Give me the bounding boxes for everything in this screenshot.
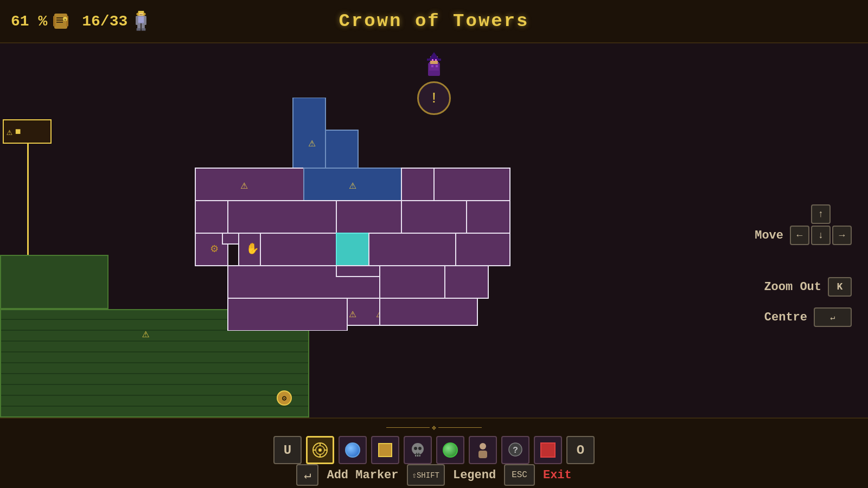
svg-rect-62: [380, 298, 477, 325]
svg-text:?: ?: [64, 18, 66, 22]
npc-sprite: [418, 52, 450, 79]
svg-rect-45: [467, 201, 510, 233]
svg-rect-27: [427, 59, 441, 61]
shift-key[interactable]: ⇧SHIFT: [407, 464, 445, 486]
svg-rect-52: [369, 233, 456, 266]
toolbar-btn-o[interactable]: O: [566, 436, 595, 464]
move-control-row: Move ↑←↓→: [755, 204, 852, 266]
top-bar: 61 % ? 16/33: [0, 0, 868, 43]
svg-rect-22: [142, 14, 143, 15]
enter-key[interactable]: ↵: [296, 464, 318, 486]
left-key[interactable]: ←: [790, 226, 809, 245]
legend-label: Legend: [453, 468, 496, 482]
svg-rect-19: [142, 28, 146, 31]
svg-rect-80: [478, 451, 487, 458]
top-left-stats: 61 % ? 16/33: [11, 11, 151, 31]
svg-rect-29: [435, 59, 437, 61]
gold-square: [378, 443, 392, 457]
svg-rect-18: [137, 28, 141, 31]
svg-text:⚠: ⚠: [349, 179, 356, 192]
svg-text:?: ?: [513, 446, 518, 455]
svg-rect-56: [445, 266, 488, 298]
esc-key[interactable]: ESC: [504, 464, 535, 486]
centre-control-row: Centre ↵: [764, 307, 852, 327]
toolbar-btn-map[interactable]: [306, 436, 334, 464]
svg-rect-64: [336, 266, 380, 277]
svg-text:⚙: ⚙: [210, 242, 218, 256]
svg-point-74: [418, 447, 422, 450]
svg-point-73: [414, 447, 417, 450]
indicator-dot: ■: [15, 126, 21, 137]
toolbar-btn-gold[interactable]: [371, 436, 399, 464]
toolbar-btn-orb[interactable]: [339, 436, 367, 464]
svg-rect-57: [228, 298, 347, 331]
svg-rect-1: [53, 16, 55, 27]
up-key[interactable]: ↑: [811, 204, 831, 224]
zoom-out-key[interactable]: K: [828, 277, 852, 297]
toolbar-btn-help[interactable]: ?: [501, 436, 529, 464]
svg-rect-16: [137, 23, 141, 29]
svg-rect-42: [228, 201, 336, 233]
top-divider: ❖: [386, 423, 482, 432]
svg-rect-32: [293, 98, 326, 168]
svg-rect-13: [137, 16, 145, 22]
knight-icon: [131, 11, 151, 31]
right-controls: Move ↑←↓→ Zoom Out K Centre ↵: [755, 204, 852, 327]
move-label: Move: [755, 229, 783, 242]
add-marker-label: Add Marker: [327, 468, 398, 482]
blue-orb: [345, 442, 360, 458]
completion-value: 61 %: [11, 13, 47, 30]
green-warning-icon: ⚠: [142, 326, 149, 341]
svg-rect-53: [456, 233, 510, 266]
divider-right: [438, 427, 482, 428]
game-title: Crown of Towers: [339, 11, 529, 31]
right-key[interactable]: →: [832, 226, 852, 245]
svg-text:⚠: ⚠: [308, 137, 315, 150]
svg-rect-63: [222, 233, 239, 244]
svg-marker-10: [136, 12, 137, 15]
green-treasure: ⚙: [277, 390, 292, 406]
svg-rect-28: [432, 59, 433, 61]
svg-marker-26: [429, 52, 439, 60]
svg-rect-30: [431, 65, 433, 67]
svg-rect-20: [139, 12, 143, 15]
red-square: [540, 442, 556, 458]
svg-rect-33: [326, 130, 358, 168]
left-indicator: ⚠ ■: [3, 119, 52, 144]
toolbar-btn-u[interactable]: U: [273, 436, 302, 464]
svg-rect-39: [401, 168, 434, 201]
down-key[interactable]: ↓: [811, 226, 831, 245]
svg-rect-21: [140, 14, 141, 15]
centre-key[interactable]: ↵: [814, 307, 852, 327]
arrow-key-grid: ↑←↓→: [790, 204, 852, 266]
svg-text:✋: ✋: [246, 242, 259, 255]
zoom-out-label: Zoom Out: [764, 280, 821, 294]
centre-label: Centre: [764, 311, 807, 324]
svg-rect-55: [380, 266, 445, 298]
toolbar-btn-green[interactable]: [436, 436, 464, 464]
divider-ornament: ❖: [432, 423, 436, 432]
completion-stat: 61 % ?: [11, 11, 71, 31]
svg-rect-50: [260, 233, 347, 266]
divider-left: [386, 427, 430, 428]
dungeon-map: .room { fill: #5a3060; stroke: #e8e0f0; …: [152, 98, 521, 331]
svg-rect-44: [401, 201, 467, 233]
exit-label[interactable]: Exit: [543, 468, 572, 482]
svg-rect-31: [436, 65, 438, 67]
toolbar-btn-skull[interactable]: [404, 436, 432, 464]
svg-point-67: [318, 448, 322, 452]
scroll-icon: ?: [50, 11, 71, 31]
toolbar-btn-person[interactable]: [469, 436, 497, 464]
green-area-top: [0, 255, 108, 309]
svg-text:⚠: ⚠: [349, 307, 356, 321]
svg-rect-41: [195, 201, 228, 233]
toolbar-btn-red[interactable]: [534, 436, 562, 464]
svg-rect-17: [142, 23, 145, 29]
svg-rect-40: [434, 168, 510, 201]
score-value: 16/33: [82, 13, 127, 30]
score-stat: 16/33: [82, 11, 151, 31]
svg-rect-43: [336, 201, 401, 233]
svg-rect-35: [195, 168, 304, 201]
toolbar-icons: U: [273, 436, 595, 464]
svg-marker-11: [145, 12, 146, 15]
